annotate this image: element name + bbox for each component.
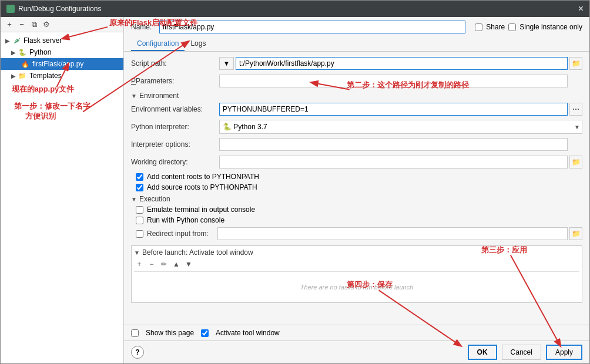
python-icon: 🐍: [18, 48, 27, 57]
title-bar-left: Run/Debug Configurations: [6, 5, 101, 13]
python-interpreter-row: Python interpreter: 🐍 Python 3.7 ▼: [131, 120, 582, 134]
emulate-terminal-row: Emulate terminal in output console: [136, 205, 582, 214]
show-this-page-checkbox[interactable]: [131, 329, 139, 337]
show-this-page-label: Show this page: [146, 329, 194, 337]
left-panel: + − ⧉ ⚙ ▶ 🌶 Flask server: [1, 17, 124, 363]
dialog-icon: [6, 5, 15, 13]
working-dir-input[interactable]: [219, 156, 568, 168]
redirect-input-input[interactable]: [217, 227, 568, 240]
before-launch-label: Before launch: Activate tool window: [142, 248, 253, 257]
working-dir-row: Working directory: 📁: [131, 155, 582, 169]
tree-label-firstflask: firstFlask/app.py: [32, 60, 83, 68]
close-button[interactable]: ×: [578, 4, 584, 14]
name-input[interactable]: [159, 21, 465, 33]
add-config-button[interactable]: +: [4, 19, 15, 30]
remove-config-button[interactable]: −: [16, 19, 27, 30]
env-vars-input[interactable]: [219, 103, 568, 116]
parameters-row: PParameters:: [131, 74, 582, 88]
tree-arrow-templates: ▶: [11, 73, 16, 79]
redirect-input-label: Redirect input from:: [147, 230, 217, 238]
single-instance-checkbox[interactable]: [508, 23, 516, 31]
bottom-checkboxes: Show this page Activate tool window: [124, 325, 589, 341]
share-checkbox[interactable]: [475, 23, 482, 31]
working-dir-label: Working directory:: [131, 158, 219, 166]
working-dir-folder-btn[interactable]: 📁: [569, 156, 582, 168]
run-python-console-label: Run with Python console: [147, 216, 224, 224]
tree-label-templates: Templates: [29, 72, 62, 80]
activate-tool-window-checkbox[interactable]: [201, 329, 209, 337]
share-row: Share Single instance only: [475, 23, 582, 31]
python-interpreter-select[interactable]: 🐍 Python 3.7: [219, 120, 582, 134]
parameters-label: PParameters:: [131, 77, 219, 85]
help-button[interactable]: ?: [131, 346, 144, 359]
copy-icon: ⧉: [32, 20, 37, 29]
footer: ? OK Cancel Apply: [124, 341, 589, 363]
folder-icon: 📁: [18, 71, 27, 80]
add-source-roots-row: Add source roots to PYTHONPATH: [136, 183, 582, 191]
add-content-roots-label: Add content roots to PYTHONPATH: [147, 173, 259, 181]
before-launch-section: ▼ Before launch: Activate tool window + …: [131, 245, 582, 303]
script-path-folder-btn[interactable]: 📁: [569, 57, 582, 70]
add-content-roots-checkbox[interactable]: [136, 173, 143, 181]
redirect-input-folder-btn[interactable]: 📁: [569, 227, 582, 240]
minus-icon: −: [19, 20, 24, 29]
redirect-input-checkbox[interactable]: [136, 230, 143, 238]
tab-configuration[interactable]: Configuration: [131, 37, 185, 51]
before-launch-toolbar: + − ✏ ▲ ▼: [134, 259, 579, 272]
share-label: Share: [486, 23, 505, 31]
add-content-roots-row: Add content roots to PYTHONPATH: [136, 173, 582, 181]
copy-config-button[interactable]: ⧉: [29, 19, 39, 30]
ok-button[interactable]: OK: [468, 345, 497, 360]
env-vars-row: Environment variables: ⋯: [131, 102, 582, 116]
config-tree: ▶ 🌶 Flask server ▶ 🐍 Python 🔥 firstFlask…: [1, 32, 123, 363]
tree-item-flask-server[interactable]: ▶ 🌶 Flask server: [1, 35, 123, 46]
section-triangle: ▼: [131, 93, 137, 99]
bl-add-btn[interactable]: +: [134, 259, 145, 269]
bl-remove-btn[interactable]: −: [146, 259, 157, 269]
bl-edit-btn[interactable]: ✏: [159, 259, 169, 269]
script-path-label: Script path:: [131, 59, 219, 68]
apply-button[interactable]: Apply: [546, 345, 582, 360]
cancel-button[interactable]: Cancel: [502, 345, 541, 360]
tree-item-python[interactable]: ▶ 🐍 Python: [1, 46, 123, 58]
env-vars-label: Environment variables:: [131, 105, 219, 113]
right-panel: Name: Share Single instance only Configu…: [124, 17, 589, 363]
tree-item-templates[interactable]: ▶ 📁 Templates: [1, 70, 123, 82]
add-source-roots-checkbox[interactable]: [136, 184, 143, 191]
tree-item-firstflask[interactable]: 🔥 firstFlask/app.py: [1, 58, 123, 70]
redirect-input-row: Redirect input from: 📁: [136, 227, 582, 241]
emulate-terminal-label: Emulate terminal in output console: [147, 205, 255, 214]
tabs-row: Configuration Logs: [124, 37, 589, 52]
script-path-row: Script path: ▼ 📁: [131, 56, 582, 70]
execution-section-header: ▼ Execution: [131, 195, 582, 203]
settings-config-button[interactable]: ⚙: [41, 19, 52, 30]
script-path-dropdown[interactable]: ▼: [219, 57, 234, 70]
before-launch-triangle: ▼: [134, 250, 140, 256]
bl-up-btn[interactable]: ▲: [171, 259, 182, 269]
tree-arrow: ▶: [5, 38, 10, 44]
dialog-title: Run/Debug Configurations: [18, 5, 101, 13]
environment-label: Environment: [139, 92, 179, 100]
name-label: Name:: [131, 23, 155, 31]
python-interpreter-select-wrapper: 🐍 Python 3.7 ▼: [219, 120, 582, 134]
plus-icon: +: [7, 20, 12, 29]
interpreter-options-label: Interpreter options:: [131, 140, 219, 149]
bl-down-btn[interactable]: ▼: [183, 259, 194, 269]
interpreter-options-row: Interpreter options:: [131, 137, 582, 151]
parameters-input[interactable]: [219, 75, 568, 87]
footer-right: OK Cancel Apply: [468, 345, 582, 360]
execution-label: Execution: [139, 195, 170, 203]
file-icon: 🔥: [21, 59, 30, 69]
run-python-console-checkbox[interactable]: [136, 217, 143, 224]
emulate-terminal-checkbox[interactable]: [136, 206, 143, 214]
footer-left: ?: [131, 346, 144, 359]
name-row: Name: Share Single instance only: [124, 17, 589, 37]
form-area: Script path: ▼ 📁 PParameters: ▼: [124, 52, 589, 325]
interpreter-options-input[interactable]: [219, 138, 568, 151]
script-path-input[interactable]: [236, 57, 568, 70]
env-vars-btn[interactable]: ⋯: [569, 103, 582, 116]
run-debug-dialog: Run/Debug Configurations × + − ⧉ ⚙: [0, 0, 590, 364]
python-interpreter-label: Python interpreter:: [131, 123, 219, 131]
tree-label-flask-server: Flask server: [24, 36, 62, 45]
tab-logs[interactable]: Logs: [185, 37, 212, 51]
